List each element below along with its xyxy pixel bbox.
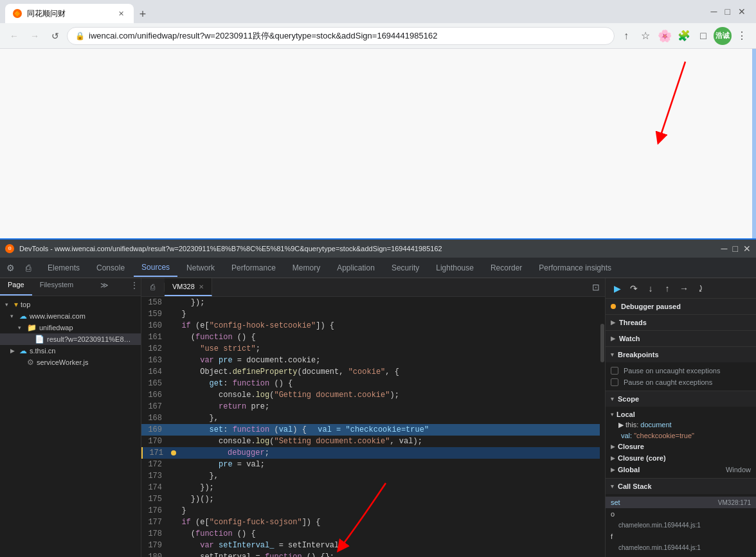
- devtools-favicon: ⚙: [5, 244, 14, 253]
- devtools-maximize[interactable]: □: [733, 243, 738, 254]
- fp-tab-more[interactable]: ≫: [95, 278, 114, 296]
- back-button[interactable]: ←: [5, 27, 23, 45]
- breakpoints-header[interactable]: ▾ Breakpoints: [606, 347, 756, 362]
- bp-caught: Pause on caught exceptions: [606, 376, 756, 388]
- devtools-sources-panel: Page Filesystem ≫ ⋮ ▾ ▾ top ▾ ☁ www.iwen…: [0, 278, 756, 557]
- call-stack-section: ▾ Call Stack set VM328:171 o chamele: [606, 479, 756, 557]
- tree-item-result[interactable]: 📄 result?w=20230911%E8…: [0, 333, 141, 345]
- tab-lighthouse[interactable]: Lighthouse: [428, 259, 482, 277]
- svg-line-0: [660, 62, 685, 139]
- sidebar-icon[interactable]: □: [694, 27, 712, 45]
- scope-header[interactable]: ▾ Scope: [606, 391, 756, 407]
- new-tab-button[interactable]: +: [134, 5, 152, 23]
- threads-header[interactable]: ▶ Threads: [606, 315, 756, 330]
- tab-recorder[interactable]: Recorder: [483, 259, 530, 277]
- pause-indicator: [171, 450, 176, 455]
- file-panel-tabs: Page Filesystem ≫ ⋮: [0, 278, 141, 296]
- tab-security[interactable]: Security: [384, 259, 427, 277]
- watch-section: ▶ Watch: [606, 331, 756, 347]
- code-panel-icon: ⎙: [150, 283, 155, 292]
- profile-icon[interactable]: 浩诚: [714, 27, 732, 45]
- extensions-icon[interactable]: 🧩: [675, 27, 693, 45]
- minimap-toggle[interactable]: ⊡: [590, 281, 602, 294]
- active-tab[interactable]: 🔶 同花顺问财 ✕: [5, 4, 134, 23]
- dbg-step-over[interactable]: ↷: [626, 281, 642, 296]
- bp-caught-checkbox[interactable]: [611, 378, 618, 386]
- callstack-o[interactable]: o: [606, 508, 756, 520]
- code-line-179: 179 var setInterval_ = setInterval;: [141, 540, 600, 551]
- callstack-f[interactable]: f: [606, 531, 756, 542]
- refresh-button[interactable]: ↺: [46, 27, 64, 45]
- bookmark-icon[interactable]: ☆: [636, 27, 654, 45]
- code-line-160: 160 if (e["config-hook-setcookie"]) {: [141, 320, 600, 332]
- scope-local-header[interactable]: ▾ Local: [606, 409, 756, 420]
- extension-icon[interactable]: 🌸: [656, 27, 674, 45]
- tree-item-iwencai[interactable]: ▾ ☁ www.iwencai.com: [0, 310, 141, 322]
- menu-icon[interactable]: ⋮: [733, 27, 751, 45]
- tab-elements[interactable]: Elements: [40, 259, 87, 277]
- fp-panel-options[interactable]: ⋮: [128, 278, 141, 296]
- window-maximize[interactable]: □: [725, 6, 730, 17]
- window-minimize[interactable]: ─: [711, 6, 717, 17]
- tab-perf-insights[interactable]: Performance insights: [531, 259, 619, 277]
- devtools-close[interactable]: ✕: [743, 243, 751, 254]
- forward-button[interactable]: →: [26, 27, 44, 45]
- code-line-165: 165 get: function () {: [141, 378, 600, 389]
- code-tab-vm328[interactable]: VM328 ✕: [165, 278, 212, 296]
- fp-tab-filesystem[interactable]: Filesystem: [32, 278, 82, 296]
- share-icon[interactable]: ↑: [617, 27, 635, 45]
- code-line-169: 169 set: function (val) { val = "checkco…: [141, 424, 600, 436]
- code-line-166: 166 console.log("Getting document.cookie…: [141, 389, 600, 401]
- code-vscrollbar[interactable]: [600, 297, 605, 557]
- vscrollbar-thumb: [600, 324, 604, 362]
- callstack-chameleon2[interactable]: chameleon.min.1694444.js:1: [606, 542, 756, 553]
- callstack-set[interactable]: set VM328:171: [606, 497, 756, 508]
- tree-item-unifiedwap[interactable]: ▾ 📁 unifiedwap: [0, 322, 141, 333]
- tree-item-serviceworker[interactable]: ⚙ serviceWorker.js: [0, 357, 141, 368]
- devtools-settings-icon[interactable]: ⚙: [3, 260, 18, 276]
- call-stack-header[interactable]: ▾ Call Stack: [606, 479, 756, 494]
- debug-toolbar: ▶ ↷ ↓ ↑ → ⤸: [606, 278, 756, 299]
- tab-memory[interactable]: Memory: [285, 259, 328, 277]
- window-close[interactable]: ✕: [738, 6, 746, 17]
- breakpoints-content: Pause on uncaught exceptions Pause on ca…: [606, 362, 756, 391]
- callstack-c[interactable]: c: [606, 553, 756, 557]
- dbg-resume[interactable]: ▶: [609, 281, 625, 296]
- scope-closure-header[interactable]: ▶ Closure: [606, 441, 756, 452]
- dbg-step-out[interactable]: ↑: [660, 281, 675, 296]
- browser-titlebar: 🔶 同花顺问财 ✕ + ─ □ ✕: [0, 0, 756, 23]
- code-line-176: 176 }: [141, 505, 600, 517]
- tree-item-top[interactable]: ▾ ▾ top: [0, 299, 141, 310]
- paused-dot: [611, 304, 616, 309]
- breakpoints-section: ▾ Breakpoints Pause on uncaught exceptio…: [606, 347, 756, 391]
- tab-console[interactable]: Console: [89, 259, 132, 277]
- browser-toolbar: ← → ↺ 🔒 iwencai.com/unifiedwap/result?w=…: [0, 23, 756, 49]
- watch-header[interactable]: ▶ Watch: [606, 331, 756, 346]
- code-tab-close[interactable]: ✕: [199, 283, 204, 290]
- code-scroll-inner[interactable]: 158 }); 159 } 160 if (e["config-hook-set…: [141, 297, 600, 557]
- scope-global-header[interactable]: ▶ Global Window: [606, 464, 756, 475]
- scope-closure-core-header[interactable]: ▶ Closure (core): [606, 452, 756, 464]
- bp-uncaught-checkbox[interactable]: [611, 367, 618, 375]
- browser-content: [0, 49, 756, 238]
- code-line-175: 175 })();: [141, 493, 600, 505]
- fp-tab-page[interactable]: Page: [0, 278, 32, 296]
- devtools-controls: ─ □ ✕: [721, 243, 751, 254]
- code-scroll-wrapper: 158 }); 159 } 160 if (e["config-hook-set…: [141, 297, 605, 557]
- address-bar[interactable]: 🔒 iwencai.com/unifiedwap/result?w=202309…: [67, 27, 615, 45]
- tab-network[interactable]: Network: [179, 259, 222, 277]
- code-line-172: 172 pre = val;: [141, 459, 600, 470]
- toolbar-actions: ↑ ☆ 🌸 🧩 □ 浩诚 ⋮: [617, 27, 751, 45]
- tab-application[interactable]: Application: [329, 259, 382, 277]
- callstack-chameleon1[interactable]: chameleon.min.1694444.js:1: [606, 520, 756, 531]
- tab-sources[interactable]: Sources: [134, 259, 177, 277]
- tab-close-button[interactable]: ✕: [116, 8, 126, 19]
- devtools-minimize[interactable]: ─: [721, 243, 728, 254]
- devtools-dock-icon[interactable]: ⎙: [21, 260, 36, 276]
- tab-performance[interactable]: Performance: [224, 259, 284, 277]
- devtools-main-tabs: ⚙ ⎙ Elements Console Sources Network Per…: [0, 258, 756, 278]
- dbg-deactivate[interactable]: ⤸: [693, 281, 708, 296]
- dbg-step[interactable]: →: [676, 281, 692, 296]
- tree-item-thsi[interactable]: ▶ ☁ s.thsi.cn: [0, 345, 141, 357]
- dbg-step-into[interactable]: ↓: [643, 281, 658, 296]
